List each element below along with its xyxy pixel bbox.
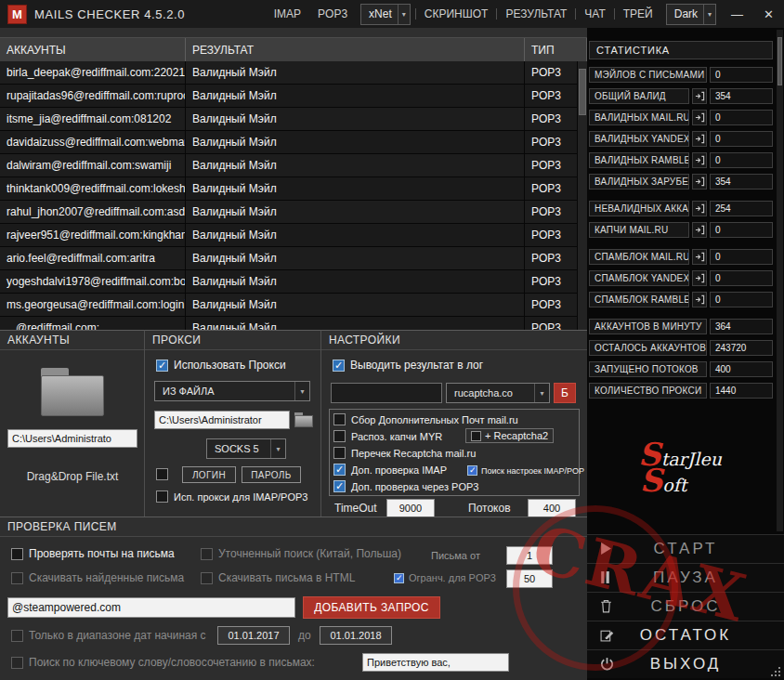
threads-input[interactable] bbox=[528, 499, 576, 517]
chevron-down-icon[interactable]: ▾ bbox=[534, 384, 549, 402]
column-header-type[interactable]: ТИП bbox=[525, 38, 587, 61]
pause-button[interactable]: ПАУЗА bbox=[587, 563, 784, 592]
sign-in-icon[interactable] bbox=[692, 292, 707, 307]
table-cell: POP3 bbox=[525, 85, 578, 108]
check-letters-checkbox[interactable] bbox=[11, 548, 23, 560]
menu-imap[interactable]: IMAP bbox=[266, 0, 309, 28]
table-row[interactable]: itsme_jia@rediffmail.com:081202Валидный … bbox=[0, 108, 578, 131]
sign-in-icon[interactable] bbox=[692, 222, 707, 238]
start-button[interactable]: СТАРТ bbox=[587, 534, 784, 563]
proxy-login-button[interactable]: ЛОГИН bbox=[182, 466, 236, 483]
balance-button[interactable]: Б bbox=[554, 383, 576, 403]
scrollbar-thumb[interactable] bbox=[777, 37, 782, 85]
captcha-myr-checkbox[interactable] bbox=[333, 430, 346, 442]
sign-in-icon[interactable] bbox=[692, 110, 707, 125]
folder-icon[interactable] bbox=[41, 368, 104, 416]
start-label: СТАРТ bbox=[587, 540, 784, 558]
stat-value: 354 bbox=[710, 174, 773, 190]
sign-in-icon[interactable] bbox=[692, 270, 707, 286]
menu-tray[interactable]: ТРЕЙ bbox=[615, 0, 661, 28]
recaptcha2-checkbox[interactable] bbox=[471, 431, 481, 441]
table-row[interactable]: ario.feel@rediffmail.com:aritraВалидный … bbox=[0, 247, 578, 270]
table-row[interactable]: rupajitadas96@rediffmail.com:ruprocВалид… bbox=[0, 85, 578, 108]
proxy-type-dropdown[interactable]: SOCKS 5 ▾ bbox=[206, 438, 286, 459]
pop3-limit-input[interactable] bbox=[506, 569, 553, 588]
keyword-input[interactable] bbox=[362, 653, 509, 672]
date-to-input[interactable]: 01.01.2018 bbox=[320, 626, 392, 645]
app-title: MAILS CHECKER 4.5.2.0 bbox=[34, 7, 185, 21]
proxy-source-dropdown[interactable]: ИЗ ФАЙЛА ▾ bbox=[154, 381, 310, 401]
timeout-input[interactable] bbox=[386, 499, 435, 517]
theme-dropdown[interactable]: Dark ▾ bbox=[666, 4, 716, 25]
imap-check-checkbox[interactable] bbox=[333, 464, 346, 476]
stat-label: ОБЩИЙ ВАЛИД bbox=[589, 88, 689, 104]
table-cell: POP3 bbox=[525, 131, 578, 154]
minimize-button[interactable]: — bbox=[721, 7, 753, 21]
exit-button[interactable]: ВЫХОД bbox=[587, 649, 784, 678]
column-header-result[interactable]: РЕЗУЛЬТАТ bbox=[186, 38, 525, 61]
pop3-limit-checkbox[interactable] bbox=[394, 573, 404, 583]
table-row[interactable]: dalwiram@rediffmail.com:swamijiВалидный … bbox=[0, 154, 578, 177]
table-row[interactable]: ms.georgeusa@rediffmail.com:login`Валидн… bbox=[0, 294, 578, 317]
sign-in-icon[interactable] bbox=[692, 131, 707, 147]
imap-settings-search-checkbox[interactable] bbox=[467, 465, 477, 476]
table-row[interactable]: yogeshdalvi1978@rediffmail.com:boВалидны… bbox=[0, 270, 578, 294]
chevron-down-icon[interactable]: ▾ bbox=[398, 5, 410, 24]
pop3-check-checkbox[interactable] bbox=[333, 480, 346, 492]
keyword-search-checkbox[interactable] bbox=[11, 657, 23, 669]
sign-in-icon[interactable] bbox=[692, 249, 707, 265]
log-output-checkbox[interactable] bbox=[333, 360, 345, 372]
date-range-checkbox[interactable] bbox=[11, 630, 23, 642]
search-query-input[interactable] bbox=[7, 597, 295, 618]
menu-xnet-dropdown[interactable]: xNet ▾ bbox=[360, 4, 411, 25]
download-found-checkbox[interactable] bbox=[11, 572, 23, 584]
date-from-input[interactable]: 01.01.2017 bbox=[217, 626, 290, 645]
table-row[interactable]: rajveer951@rediffmail.com:kingkhanВалидн… bbox=[0, 224, 578, 247]
table-row[interactable]: birla_deepak@rediffmail.com:220219Валидн… bbox=[0, 61, 578, 85]
table-row[interactable]: davidaizuss@rediffmail.com:webmarВалидны… bbox=[0, 131, 578, 154]
remainder-label: ОСТАТОК bbox=[587, 626, 784, 645]
action-buttons: СТАРТ ПАУЗА СБРОС ОСТАТОК ВЫХОД bbox=[587, 534, 784, 678]
letters-from-input[interactable] bbox=[506, 546, 553, 565]
download-html-checkbox[interactable] bbox=[201, 572, 213, 584]
collect-extra-mails-checkbox[interactable] bbox=[333, 413, 346, 425]
resize-grip[interactable] bbox=[768, 664, 781, 677]
stat-value: 0 bbox=[710, 110, 773, 125]
menu-screenshot[interactable]: СКРИНШОТ bbox=[416, 0, 497, 28]
table-body[interactable]: birla_deepak@rediffmail.com:220219Валидн… bbox=[0, 61, 578, 330]
table-cell: birla_deepak@rediffmail.com:220219 bbox=[0, 61, 186, 85]
captcha-service-dropdown[interactable]: rucaptcha.co ▾ bbox=[446, 383, 550, 403]
stats-scrollbar[interactable] bbox=[777, 30, 783, 531]
use-proxy-checkbox[interactable] bbox=[156, 360, 168, 372]
add-query-button[interactable]: ДОБАВИТЬ ЗАПРОС bbox=[303, 596, 440, 619]
table-row[interactable]: rahul_jhon2007@rediffmail.com:asdfВалидн… bbox=[0, 201, 578, 224]
proxy-path-input[interactable] bbox=[154, 411, 290, 429]
table-scrollbar[interactable] bbox=[578, 61, 587, 330]
chevron-down-icon[interactable]: ▾ bbox=[270, 439, 285, 458]
refined-search-checkbox[interactable] bbox=[201, 548, 213, 560]
menu-chat[interactable]: ЧАТ bbox=[576, 0, 613, 28]
app-logo-icon: M bbox=[7, 5, 27, 24]
table-row[interactable]: thinktank009@rediffmail.com:lokeshВалидн… bbox=[0, 177, 578, 201]
remainder-button[interactable]: ОСТАТОК bbox=[587, 621, 784, 649]
chevron-down-icon[interactable]: ▾ bbox=[703, 5, 715, 24]
captcha-key-input[interactable] bbox=[331, 383, 442, 403]
menu-pop3[interactable]: POP3 bbox=[309, 0, 356, 28]
proxy-auth-checkbox[interactable] bbox=[156, 468, 168, 480]
close-button[interactable]: ✕ bbox=[753, 7, 784, 21]
sign-in-icon[interactable] bbox=[692, 88, 707, 104]
proxy-password-button[interactable]: ПАРОЛЬ bbox=[242, 466, 301, 483]
menu-result[interactable]: РЕЗУЛЬТАТ bbox=[497, 0, 575, 28]
sign-in-icon[interactable] bbox=[692, 152, 707, 168]
use-proxy-for-protocols-checkbox[interactable] bbox=[156, 490, 168, 503]
column-header-accounts[interactable]: АККАУНТЫ bbox=[0, 38, 186, 61]
chevron-down-icon[interactable]: ▾ bbox=[294, 382, 309, 400]
browse-folder-icon[interactable] bbox=[294, 412, 313, 427]
scrollbar-thumb[interactable] bbox=[579, 69, 586, 115]
sign-in-icon[interactable] bbox=[692, 174, 707, 190]
table-row[interactable]: ...@rediffmail.com:...Валидный МэйлPOP3 bbox=[0, 317, 578, 330]
accounts-path-input[interactable] bbox=[7, 429, 137, 448]
reset-button[interactable]: СБРОС bbox=[587, 592, 784, 621]
sign-in-icon[interactable] bbox=[692, 201, 707, 216]
recheck-recaptcha-checkbox[interactable] bbox=[333, 447, 346, 459]
